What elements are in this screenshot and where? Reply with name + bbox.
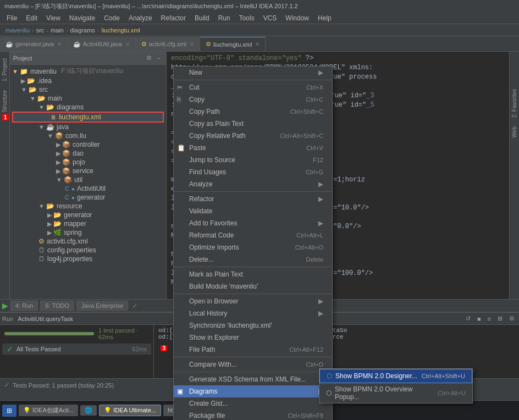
menu-window[interactable]: Window	[281, 13, 313, 23]
menu-view[interactable]: View	[42, 13, 65, 23]
tree-item-generator[interactable]: C ● generator	[10, 193, 166, 202]
menu-show-explorer[interactable]: Show in Explorer	[174, 331, 332, 344]
breadcrumb-main[interactable]: main	[51, 27, 64, 34]
menu-refactor[interactable]: Refactor ▶	[174, 193, 332, 205]
tree-item-util[interactable]: ▼ 📦 util	[10, 175, 166, 184]
rerun-icon[interactable]: ↺	[463, 314, 473, 323]
tree-item-idea[interactable]: ▶ 📂 .idea	[10, 76, 166, 85]
tree-item-service[interactable]: ▶ 📦 service	[10, 167, 166, 175]
tree-item-spring[interactable]: ▶ 🌿 spring	[10, 228, 166, 237]
separator-3	[174, 267, 332, 267]
close-tab-icon-4[interactable]: ✕	[255, 41, 260, 47]
tree-item-liuchengtu-xml[interactable]: 🗎 liuchengtu.xml 1	[12, 112, 164, 123]
web-tab[interactable]: Web	[510, 122, 518, 142]
submenu-show-bpmn-designer[interactable]: ⬡ Show BPMN 2.0 Designer... Ctrl+Alt+Shi…	[319, 369, 472, 383]
tree-item-activiti-cfg[interactable]: ⚙ activiti.cfg.xml	[10, 237, 166, 246]
resource-folder-icon: 📂	[46, 202, 54, 210]
menu-mark-plain[interactable]: Mark as Plain Text	[174, 268, 332, 280]
menu-synchronize[interactable]: Synchronize 'liuchengtu.xml'	[174, 319, 332, 331]
menu-navigate[interactable]: Navigate	[65, 13, 100, 23]
tree-item-generator-res[interactable]: ▶ 📂 generator	[10, 211, 166, 219]
menu-help[interactable]: Help	[313, 13, 336, 23]
todo-tab[interactable]: 6: TODO	[40, 301, 74, 311]
start-button[interactable]: ⊞	[2, 405, 16, 417]
tree-item-diagrams[interactable]: ▼ 📂 diagrams	[10, 103, 166, 112]
menu-copy-plain[interactable]: Copy as Plain Text	[174, 118, 332, 130]
tab-activiti-cfg-xml[interactable]: ⚙ activiti.cfg.xml ✕	[136, 37, 200, 51]
close-tab-icon[interactable]: ✕	[57, 41, 62, 47]
project-settings-icon[interactable]: ⚙	[144, 53, 154, 63]
taskbar-idea[interactable]: 💡 IDEA创建Acti...	[19, 405, 78, 416]
tree-item-mapper[interactable]: ▶ 📂 mapper	[10, 219, 166, 228]
filter-icon[interactable]: ⊞	[495, 314, 505, 323]
tree-item-comliu[interactable]: ▼ 📦 com.liu	[10, 131, 166, 140]
breadcrumb-root[interactable]: mavenliu	[5, 27, 30, 34]
menu-open-browser[interactable]: Open in Browser ▶	[174, 295, 332, 307]
menu-add-favorites[interactable]: Add to Favorites ▶	[174, 217, 332, 229]
taskbar-idea-ultimate[interactable]: 💡 IDEA Ultimate...	[99, 405, 161, 416]
menu-validate[interactable]: Validate	[174, 205, 332, 217]
menu-local-history[interactable]: Local History ▶	[174, 307, 332, 319]
breadcrumb-file[interactable]: liuchengtu.xml	[101, 27, 140, 34]
menu-copy-relative[interactable]: Copy Relative Path Ctrl+Alt+Shift+C	[174, 130, 332, 142]
tree-item-mavenliu[interactable]: ▼ 📁 mavenliu F:\练习项目\mavenliu	[10, 66, 166, 76]
menu-edit[interactable]: Edit	[21, 13, 42, 23]
tree-item-main[interactable]: ▼ 📂 main	[10, 94, 166, 103]
menu-compare[interactable]: Compare With... Ctrl+D	[174, 358, 332, 371]
menu-diagrams[interactable]: ▣ Diagrams ▶	[174, 385, 332, 397]
submenu-show-bpmn-overview[interactable]: ⬡ Show BPMN 2.0 Overview Popup... Ctrl+A…	[319, 383, 472, 403]
menu-find-usages[interactable]: Find Usages Ctrl+G	[174, 166, 332, 178]
breadcrumb-src[interactable]: src	[36, 27, 45, 34]
favorites-tab[interactable]: 2: Favorites	[510, 85, 518, 122]
tab-liuchengtu-xml[interactable]: ⚙ liuchengtu.xml ✕	[200, 37, 266, 51]
menu-tools[interactable]: Tools	[235, 13, 259, 23]
menu-package-file[interactable]: Package file Ctrl+Shift+F9	[174, 410, 332, 420]
tree-item-pojo[interactable]: ▶ 📦 pojo	[10, 158, 166, 167]
menu-cut[interactable]: ✂ Cut Ctrl+X	[174, 81, 332, 93]
menu-build-module[interactable]: Build Module 'mavenliu'	[174, 280, 332, 292]
menu-create-gist[interactable]: Create Gist...	[174, 397, 332, 410]
menu-copy[interactable]: ⎘ Copy Ctrl+C	[174, 93, 332, 106]
bpmn-icon: ⬡	[327, 372, 332, 380]
menu-build[interactable]: Build	[190, 13, 214, 23]
menu-paste[interactable]: 📋 Paste Ctrl+V	[174, 142, 332, 154]
tree-item-config-props[interactable]: 🗒 config.properties	[10, 246, 166, 255]
tree-item-log4j[interactable]: 🗒 log4j.properties	[10, 255, 166, 263]
expand-icon-src: ▼	[21, 86, 27, 93]
menu-vcs[interactable]: VCS	[259, 13, 281, 23]
menu-new[interactable]: New ▶	[174, 67, 332, 79]
check-icon: ✓	[132, 302, 137, 310]
breadcrumb-diagrams[interactable]: diagrams	[70, 27, 95, 34]
taskbar-ie[interactable]: 🌐	[80, 405, 97, 416]
menu-generate-xsd[interactable]: Generate XSD Schema from XML File...	[174, 373, 332, 385]
stop-icon[interactable]: ■	[475, 314, 483, 323]
tab-activitiutil-java[interactable]: ☕ ActivitiUtil.java ✕	[68, 37, 136, 51]
menu-reformat[interactable]: Reformat Code Ctrl+Alt+L	[174, 229, 332, 241]
menu-code[interactable]: Code	[100, 13, 124, 23]
close-tab-icon-3[interactable]: ✕	[190, 41, 194, 47]
sort-icon[interactable]: ≡	[485, 314, 493, 323]
menu-delete[interactable]: Delete... Delete	[174, 253, 332, 266]
menu-analyze[interactable]: Analyze ▶	[174, 178, 332, 190]
menu-file-path[interactable]: File Path Ctrl+Alt+F12	[174, 344, 332, 356]
tree-item-java[interactable]: ▼ ☕ java	[10, 123, 166, 131]
tree-item-activitiutil[interactable]: C ● ActivitiUtil	[10, 184, 166, 193]
close-tab-icon-2[interactable]: ✕	[125, 41, 130, 47]
project-collapse-icon[interactable]: −	[155, 53, 163, 63]
tab-generator-java[interactable]: ☕ generator.java ✕	[0, 37, 68, 51]
menu-file[interactable]: File	[2, 13, 21, 23]
tree-item-dao[interactable]: ▶ 📦 dao	[10, 149, 166, 158]
project-tab[interactable]: 1: Project	[1, 54, 9, 86]
menu-refactor[interactable]: Refactor	[157, 13, 190, 23]
settings-icon[interactable]: ⚙	[507, 314, 517, 323]
menu-optimize[interactable]: Optimize Imports Ctrl+Alt+O	[174, 241, 332, 253]
tree-item-src[interactable]: ▼ 📂 src	[10, 85, 166, 94]
tree-item-resource[interactable]: ▼ 📂 resource	[10, 202, 166, 211]
java-enterprise-tab[interactable]: Java Enterprise	[76, 301, 128, 311]
menu-run[interactable]: Run	[214, 13, 235, 23]
menu-jump-source[interactable]: Jump to Source F12	[174, 154, 332, 166]
menu-copy-path[interactable]: Copy Path Ctrl+Shift+C	[174, 106, 332, 118]
tree-item-controller[interactable]: ▶ 📦 controller	[10, 140, 166, 149]
menu-analyze[interactable]: Analyze	[124, 13, 157, 23]
run-tab[interactable]: 4: Run	[10, 301, 38, 311]
